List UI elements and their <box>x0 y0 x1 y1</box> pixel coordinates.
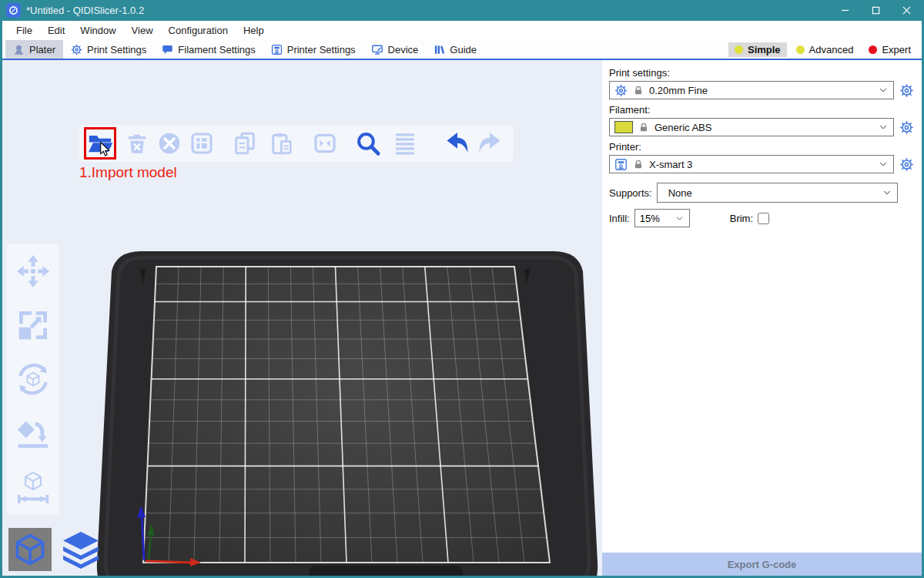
delete-button[interactable] <box>121 127 153 160</box>
layer-list-icon <box>393 131 417 156</box>
chevron-down-icon <box>882 187 892 198</box>
advanced-dot-icon <box>796 45 805 54</box>
supports-dropdown[interactable]: None <box>657 183 898 203</box>
menu-help[interactable]: Help <box>236 22 272 39</box>
tutorial-annotation: 1.Import model <box>79 164 177 181</box>
guide-icon <box>434 44 445 55</box>
move-button[interactable] <box>12 250 55 293</box>
delete-all-icon <box>157 131 182 156</box>
chevron-down-icon <box>878 159 889 170</box>
tab-label: Device <box>388 44 419 55</box>
cube-3d-icon <box>13 533 47 566</box>
tab-plater[interactable]: Plater <box>5 40 63 59</box>
gear-icon <box>614 84 628 97</box>
device-icon <box>371 44 383 55</box>
arrange-icon <box>189 131 214 156</box>
undo-button[interactable] <box>441 127 474 160</box>
variable-layer-height-button[interactable] <box>389 127 421 160</box>
filament-dropdown[interactable]: Generic ABS <box>609 118 894 136</box>
preview-layers-button[interactable] <box>59 528 102 571</box>
redo-button[interactable] <box>474 127 506 160</box>
build-plate <box>93 245 601 576</box>
printer-value: X-smart 3 <box>649 159 872 170</box>
measure-icon <box>16 470 50 504</box>
delete-all-button[interactable] <box>153 127 186 160</box>
export-gcode-button[interactable]: Export G-code <box>602 553 922 576</box>
tab-filament-settings[interactable]: Filament Settings <box>154 40 263 59</box>
paste-button[interactable] <box>266 127 298 160</box>
tab-device[interactable]: Device <box>363 40 427 59</box>
window-title: *Untitled - QIDISlicer-1.0.2 <box>26 5 829 16</box>
tab-guide[interactable]: Guide <box>426 40 484 59</box>
tab-print-settings[interactable]: Print Settings <box>63 40 154 59</box>
brim-label: Brim: <box>730 213 753 224</box>
gear-icon <box>899 120 914 135</box>
printer-icon <box>614 158 628 171</box>
mode-label: Advanced <box>809 44 854 55</box>
menu-view[interactable]: View <box>124 22 161 39</box>
mode-selector: Simple Advanced Expert <box>728 40 917 59</box>
print-settings-value: 0.20mm Fine <box>649 85 872 96</box>
menu-configuration[interactable]: Configuration <box>161 22 236 39</box>
import-model-button[interactable] <box>84 127 116 160</box>
scale-button[interactable] <box>12 304 55 347</box>
split-objects-icon <box>313 131 337 156</box>
chevron-down-icon <box>675 213 685 223</box>
maximize-button[interactable] <box>860 0 891 21</box>
tabbar-spacer <box>484 40 728 59</box>
layers-stack-icon <box>62 530 100 569</box>
printer-dropdown[interactable]: X-smart 3 <box>609 155 894 173</box>
3d-viewport[interactable]: 1.Import model <box>2 60 602 576</box>
filament-gear-button[interactable] <box>898 119 915 136</box>
filament-color-swatch <box>614 121 633 133</box>
infill-value: 15% <box>640 213 671 224</box>
filament-value: Generic ABS <box>654 122 872 133</box>
mouse-cursor-icon <box>99 142 112 156</box>
mode-advanced[interactable]: Advanced <box>790 42 860 57</box>
tab-printer-settings[interactable]: Printer Settings <box>263 40 363 59</box>
app-window: *Untitled - QIDISlicer-1.0.2 File Edit W… <box>0 0 924 578</box>
minimize-button[interactable] <box>829 0 860 21</box>
lock-icon <box>633 85 644 96</box>
gear-icon <box>899 157 914 172</box>
search-button[interactable] <box>352 127 384 160</box>
paste-icon <box>270 131 294 156</box>
expert-dot-icon <box>869 45 877 54</box>
view-switcher <box>8 528 102 571</box>
filament-label: Filament: <box>609 104 915 116</box>
tabbar: Plater Print Settings Filament Settings … <box>2 40 922 60</box>
mode-simple[interactable]: Simple <box>728 42 787 57</box>
tab-label: Print Settings <box>87 44 146 55</box>
arrange-button[interactable] <box>186 127 218 160</box>
editor-3d-view-button[interactable] <box>8 528 52 571</box>
settings-sidebar: Print settings: 0.20mm Fine Filament: Ge… <box>602 60 922 576</box>
menu-file[interactable]: File <box>8 22 40 39</box>
rotate-button[interactable] <box>12 358 55 401</box>
filament-icon <box>162 44 173 55</box>
place-on-face-button[interactable] <box>12 412 55 455</box>
brim-checkbox[interactable] <box>758 213 769 224</box>
printer-gear-button[interactable] <box>898 156 915 173</box>
copy-button[interactable] <box>229 127 261 160</box>
menubar: File Edit Window View Configuration Help <box>2 21 922 40</box>
print-settings-label: Print settings: <box>609 67 915 79</box>
close-button[interactable] <box>891 0 922 21</box>
move-icon <box>16 254 50 288</box>
measure-button[interactable] <box>12 465 55 509</box>
mode-expert[interactable]: Expert <box>862 42 917 57</box>
redo-icon <box>477 130 503 156</box>
menu-edit[interactable]: Edit <box>40 22 72 39</box>
print-settings-gear-button[interactable] <box>898 82 915 99</box>
lock-icon <box>633 159 644 170</box>
plater-toolbar <box>79 125 514 162</box>
mode-label: Expert <box>882 44 911 55</box>
search-icon <box>355 130 381 156</box>
lock-icon <box>638 122 649 133</box>
rotate-icon <box>16 362 50 396</box>
infill-dropdown[interactable]: 15% <box>634 209 690 227</box>
plater-icon <box>13 44 25 55</box>
print-settings-dropdown[interactable]: 0.20mm Fine <box>609 81 894 99</box>
split-objects-button[interactable] <box>309 127 341 160</box>
menu-window[interactable]: Window <box>72 22 123 39</box>
place-on-face-icon <box>16 416 50 450</box>
